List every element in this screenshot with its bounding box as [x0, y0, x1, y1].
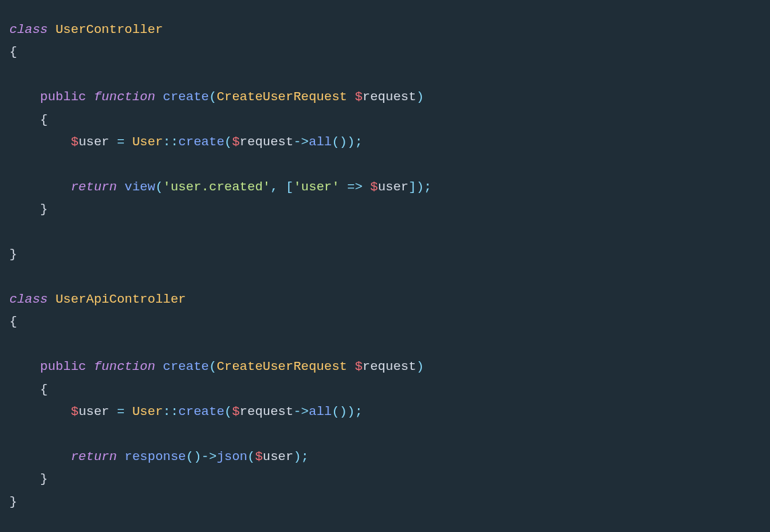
op-arrow: ->: [293, 135, 309, 149]
keyword-return: return: [71, 180, 116, 194]
method-all: all: [309, 135, 332, 149]
sigil: $: [232, 404, 240, 419]
op-scope: ::: [163, 135, 178, 149]
class-name: UserApiController: [55, 292, 186, 307]
arg-user: user: [262, 449, 293, 464]
static-class: User: [132, 404, 163, 419]
var-user: user: [79, 404, 110, 419]
array-val: user: [378, 180, 409, 194]
string-view: 'user.created': [163, 180, 271, 194]
keyword-class: class: [9, 292, 48, 307]
space: [48, 22, 55, 37]
keyword-class: class: [9, 22, 48, 37]
array-key: 'user': [293, 180, 339, 194]
param-type: CreateUserRequest: [217, 359, 347, 374]
fn-view: view: [125, 180, 155, 194]
sigil: $: [232, 135, 240, 149]
sigil: $: [355, 89, 362, 104]
code-editor[interactable]: class UserController { public function c…: [0, 0, 770, 523]
paren-open: (: [209, 89, 216, 104]
fn-json: json: [217, 449, 248, 464]
sigil: $: [355, 359, 362, 374]
sigil: $: [71, 135, 78, 149]
method-name: create: [163, 359, 209, 374]
fn-response: response: [125, 449, 186, 464]
param-name: request: [363, 359, 417, 374]
method-all: all: [309, 404, 332, 419]
op-assign: =: [117, 135, 125, 149]
static-class: User: [132, 135, 163, 149]
sigil: $: [255, 449, 262, 464]
keyword-public: public: [40, 89, 86, 104]
param-name: request: [363, 89, 417, 104]
arg-var: request: [240, 404, 293, 419]
class-name: UserController: [55, 22, 163, 37]
keyword-function: function: [94, 89, 155, 104]
keyword-function: function: [94, 359, 155, 374]
arg-var: request: [240, 135, 293, 149]
keyword-public: public: [40, 359, 86, 374]
static-method: create: [178, 404, 224, 419]
sigil: $: [71, 404, 78, 419]
static-method: create: [178, 135, 224, 149]
keyword-return: return: [71, 449, 116, 464]
paren-close: ): [416, 89, 423, 104]
brace-open: {: [9, 44, 17, 59]
param-type: CreateUserRequest: [217, 89, 347, 104]
op-fat-arrow: =>: [347, 180, 363, 194]
brace-close: }: [9, 247, 17, 262]
sigil: $: [370, 180, 378, 194]
indent: [9, 89, 40, 104]
var-user: user: [79, 135, 110, 149]
method-name: create: [163, 89, 209, 104]
